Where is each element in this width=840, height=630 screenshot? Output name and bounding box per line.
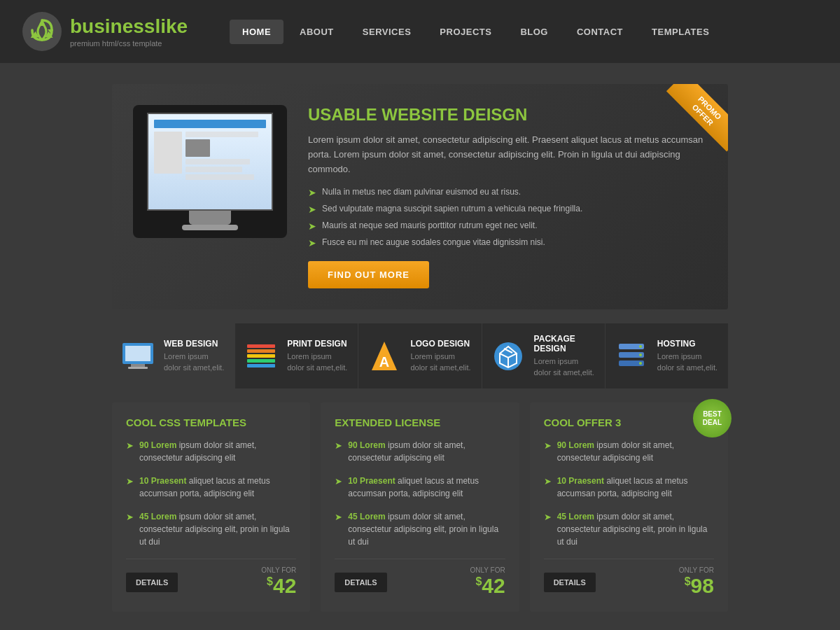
service-item-web-design[interactable]: WEB DESIGN Lorem ipsum dolor sit amet,el…	[112, 323, 235, 388]
price-highlight-3-1: 90 Lorem	[557, 440, 594, 450]
bullet-arrow-1: ➤	[308, 187, 316, 198]
service-icon-logo-design: A	[367, 340, 402, 372]
service-title-print-design: PRINT DESIGN	[287, 339, 349, 349]
price-highlight-2-3: 45 Lorem	[348, 512, 385, 522]
bullet-arrow-2: ➤	[308, 204, 316, 215]
logo-brand: businesslike	[70, 15, 188, 38]
service-desc-logo-design: Lorem ipsum dolor sit amet,elit.	[410, 351, 472, 373]
svg-point-0	[22, 12, 62, 51]
svg-point-9	[639, 345, 642, 348]
service-desc-web-design: Lorem ipsum dolor sit amet,elit.	[164, 351, 226, 373]
monitor-image	[133, 105, 287, 238]
service-item-hosting[interactable]: HOSTING Lorem ipsum dolor sit amet,elit.	[606, 323, 728, 388]
service-title-logo-design: LOGO DESIGN	[410, 339, 472, 349]
bullet-arrow-4: ➤	[308, 237, 316, 248]
nav-item-templates[interactable]: TEMPLATES	[639, 20, 722, 44]
price-highlight-2-1: 90 Lorem	[348, 440, 385, 450]
logo-brand-main: business	[70, 15, 155, 37]
price-arrow: ➤	[126, 475, 134, 489]
service-text-package-design: PACKAGE DESIGN Lorem ipsum dolor sit ame…	[534, 334, 596, 378]
price-feature-2-2: ➤ 10 Praesent aliquet lacus at metus acc…	[335, 475, 505, 500]
svg-point-11	[639, 354, 642, 356]
service-desc-hosting: Lorem ipsum dolor sit amet,elit.	[657, 351, 720, 373]
details-button-1[interactable]: DETAILS	[126, 573, 178, 592]
details-button-3[interactable]: DETAILS	[544, 573, 596, 592]
price-arrow: ➤	[544, 439, 552, 453]
price-arrow: ➤	[335, 439, 342, 453]
service-title-package-design: PACKAGE DESIGN	[534, 334, 596, 354]
monitor-screen	[147, 113, 273, 211]
price-arrow: ➤	[335, 510, 342, 524]
bullet-text-2: Sed vulputate magna suscipit sapien rutr…	[322, 204, 582, 214]
price-card-3: BEST DEAL COOL OFFER 3 ➤ 90 Lorem ipsum …	[530, 402, 728, 612]
services-bar: WEB DESIGN Lorem ipsum dolor sit amet,el…	[112, 323, 728, 388]
svg-text:A: A	[379, 354, 389, 370]
service-desc-package-design: Lorem ipsum dolor sit amet,elit.	[534, 356, 596, 378]
price-card-title-2: EXTENDED LICENSE	[335, 416, 505, 428]
service-title-hosting: HOSTING	[657, 339, 720, 349]
price-arrow: ➤	[544, 510, 552, 524]
price-card-1: COOL CSS TEMPLATES ➤ 90 Lorem ipsum dolo…	[112, 402, 310, 612]
price-arrow: ➤	[126, 510, 134, 524]
price-value-2: $42	[470, 574, 505, 598]
hero-bullet-3: ➤ Mauris at neque sed mauris porttitor r…	[308, 220, 707, 232]
service-title-web-design: WEB DESIGN	[164, 339, 226, 349]
nav-item-home[interactable]: HOME	[230, 20, 284, 44]
service-icon-print-design	[244, 340, 279, 372]
price-amount-2: ONLY FOR $42	[470, 566, 505, 598]
bullet-text-3: Mauris at neque sed mauris porttitor rut…	[322, 220, 537, 230]
bullet-text-4: Fusce eu mi nec augue sodales congue vit…	[322, 237, 545, 247]
service-text-web-design: WEB DESIGN Lorem ipsum dolor sit amet,el…	[164, 339, 226, 373]
bullet-text-1: Nulla in metus nec diam pulvinar euismod…	[322, 187, 521, 197]
logo-icon	[21, 10, 63, 52]
nav-item-services[interactable]: SERVICES	[350, 20, 424, 44]
pricing-section: COOL CSS TEMPLATES ➤ 90 Lorem ipsum dolo…	[112, 402, 728, 612]
service-icon-web-design	[120, 340, 155, 372]
svg-rect-4	[128, 367, 148, 369]
price-arrow: ➤	[544, 475, 552, 489]
price-card-title-3: COOL OFFER 3	[544, 416, 714, 428]
price-footer-2: DETAILS ONLY FOR $42	[335, 559, 505, 598]
service-text-hosting: HOSTING Lorem ipsum dolor sit amet,elit.	[657, 339, 720, 373]
details-button-2[interactable]: DETAILS	[335, 573, 386, 592]
price-card-title-1: COOL CSS TEMPLATES	[126, 416, 296, 428]
only-for-3: ONLY FOR	[679, 566, 714, 574]
logo-tagline: premium html/css template	[70, 39, 188, 48]
nav-item-blog[interactable]: BLOG	[507, 20, 561, 44]
only-for-2: ONLY FOR	[470, 566, 505, 574]
find-out-more-button[interactable]: FIND OUT MORE	[308, 261, 429, 288]
logo-brand-accent: like	[155, 15, 188, 37]
nav-item-about[interactable]: ABOUT	[287, 20, 346, 44]
header: businesslike premium html/css template H…	[0, 0, 840, 63]
price-highlight-1-2: 10 Praesent	[139, 476, 186, 486]
hero-inner: USABLE WEBSITE DEISGN Lorem ipsum dolor …	[133, 105, 707, 288]
monitor-base	[182, 225, 238, 230]
main-content: USABLE WEBSITE DEISGN Lorem ipsum dolor …	[0, 63, 840, 630]
price-feature-1-3: ➤ 45 Lorem ipsum dolor sit amet, consect…	[126, 510, 296, 548]
promo-ribbon: PROMO OFFER	[667, 84, 728, 151]
best-deal-badge: BEST DEAL	[693, 399, 732, 438]
price-feature-1-1: ➤ 90 Lorem ipsum dolor sit amet, consect…	[126, 439, 296, 464]
hero-image	[133, 105, 287, 238]
hero-section: USABLE WEBSITE DEISGN Lorem ipsum dolor …	[112, 84, 728, 309]
price-feature-3-3: ➤ 45 Lorem ipsum dolor sit amet, consect…	[544, 510, 714, 548]
logo-text: businesslike premium html/css template	[70, 15, 188, 48]
svg-point-13	[639, 362, 642, 365]
monitor-stand	[189, 211, 231, 225]
nav-item-projects[interactable]: PROJECTS	[427, 20, 504, 44]
price-highlight-2-2: 10 Praesent	[348, 476, 395, 486]
svg-rect-2	[125, 346, 150, 361]
price-highlight-1-3: 45 Lorem	[139, 512, 176, 522]
hero-bullet-2: ➤ Sed vulputate magna suscipit sapien ru…	[308, 204, 707, 215]
price-feature-1-2: ➤ 10 Praesent aliquet lacus at metus acc…	[126, 475, 296, 500]
price-amount-3: ONLY FOR $98	[679, 566, 714, 598]
service-item-package-design[interactable]: PACKAGE DESIGN Lorem ipsum dolor sit ame…	[482, 323, 606, 388]
price-footer-1: DETAILS ONLY FOR $42	[126, 559, 296, 598]
price-amount-1: ONLY FOR $42	[261, 566, 296, 598]
service-item-print-design[interactable]: PRINT DESIGN Lorem ipsum dolor sit amet,…	[235, 323, 358, 388]
service-item-logo-design[interactable]: A LOGO DESIGN Lorem ipsum dolor sit amet…	[358, 323, 482, 388]
nav-item-contact[interactable]: CONTACT	[564, 20, 636, 44]
price-card-2: EXTENDED LICENSE ➤ 90 Lorem ipsum dolor …	[321, 402, 519, 612]
price-highlight-3-2: 10 Praesent	[557, 476, 604, 486]
svg-rect-3	[131, 364, 145, 367]
